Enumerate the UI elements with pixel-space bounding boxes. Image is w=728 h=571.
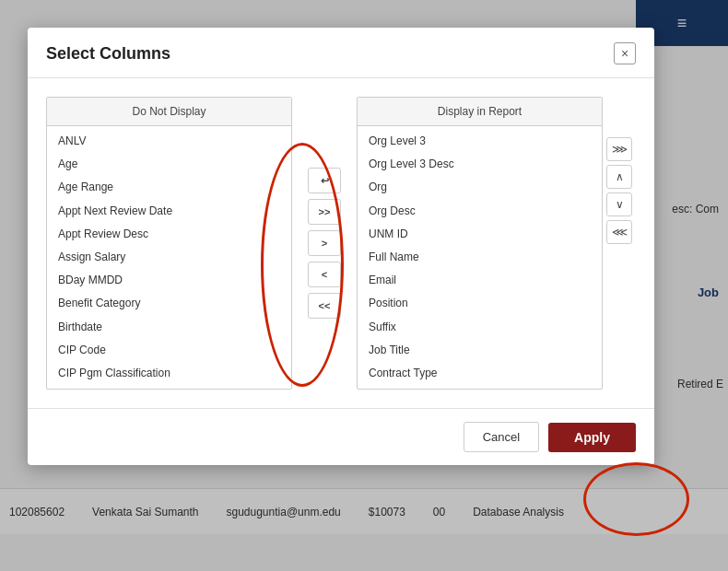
modal-title: Select Columns [46,44,170,64]
do-not-display-panel: Do Not Display ANLV Age Age Range Appt N… [46,97,292,390]
list-item[interactable]: Full Name [358,246,602,269]
cancel-button[interactable]: Cancel [464,422,539,452]
select-columns-modal: Select Columns × Do Not Display ANLV Age… [28,28,654,465]
list-item[interactable]: Age [47,153,291,176]
move-selected-left-one-button[interactable]: < [308,262,341,287]
list-item[interactable]: Age Range [47,176,291,199]
move-all-left-button[interactable]: << [308,293,341,319]
display-in-report-panel: Display in Report Org Level 3 Org Level … [357,97,603,390]
list-item[interactable]: CIP Pgm Classification [47,362,291,385]
list-item[interactable]: ANLV [47,130,291,153]
list-item[interactable]: Job Title [358,339,602,362]
list-item[interactable]: BDay MMDD [47,269,291,292]
move-to-bottom-button[interactable]: ⋘ [606,220,632,244]
move-selected-right-button[interactable]: > [308,230,341,256]
list-item-contract-type[interactable]: Contract Type [358,362,602,385]
modal-footer: Cancel Apply [28,408,654,465]
list-item-benefit-category[interactable]: Benefit Category [47,292,291,315]
list-item[interactable]: Org Desc [358,200,602,223]
move-down-button[interactable]: ∨ [606,192,632,216]
columns-container: Do Not Display ANLV Age Age Range Appt N… [46,97,636,390]
move-to-top-button[interactable]: ⋙ [606,137,632,161]
list-item[interactable]: Org Level 3 Desc [358,153,602,176]
transfer-buttons-area: ↩ >> > < << [292,97,357,390]
move-all-right-button[interactable]: >> [308,199,341,225]
list-item[interactable]: Position [358,292,602,315]
list-item[interactable]: Org [358,176,602,199]
modal-header: Select Columns × [28,28,654,78]
list-item-assign-salary[interactable]: Assign Salary [47,246,291,269]
list-item[interactable]: Suffix [358,316,602,339]
do-not-display-list[interactable]: ANLV Age Age Range Appt Next Review Date… [47,126,291,389]
list-item[interactable]: CIP Code [47,339,291,362]
display-in-report-list[interactable]: Org Level 3 Org Level 3 Desc Org Org Des… [358,126,602,389]
modal-close-button[interactable]: × [614,42,636,64]
modal-body: Do Not Display ANLV Age Age Range Appt N… [28,78,654,408]
apply-button[interactable]: Apply [548,423,636,452]
list-item[interactable]: Org Level 3 [358,130,602,153]
list-item[interactable]: UNM ID [358,223,602,246]
order-buttons-area: ⋙ ∧ ∨ ⋘ [603,97,636,390]
move-selected-left-button[interactable]: ↩ [308,168,341,193]
list-item[interactable]: Appt Review Desc [47,223,291,246]
list-item[interactable]: Appt Next Review Date [47,200,291,223]
do-not-display-header: Do Not Display [47,98,291,126]
move-up-button[interactable]: ∧ [606,165,632,189]
list-item[interactable]: Birthdate [47,316,291,339]
display-in-report-header: Display in Report [358,98,602,126]
list-item[interactable]: Email [358,269,602,292]
